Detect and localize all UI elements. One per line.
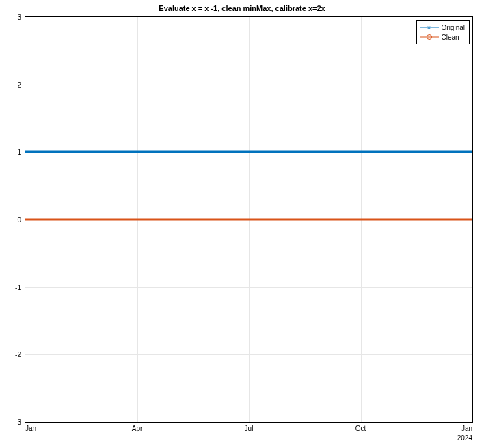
chart-figure: Evaluate x = x -1, clean minMax, calibra… [0, 0, 484, 448]
gridline-h [25, 354, 472, 355]
legend-item-clean: Clean [420, 32, 465, 42]
y-tick-label: 0 [17, 216, 21, 224]
o-marker-icon [427, 34, 432, 40]
x-tick-label: Jan [461, 425, 472, 432]
y-tick-label: 2 [17, 81, 21, 88]
gridline-h [25, 85, 472, 85]
y-tick-label: -2 [15, 351, 21, 358]
legend-item-original: × Original [420, 23, 465, 32]
series-original [25, 151, 472, 153]
x-tick-label: Jan [25, 425, 36, 432]
x-year-label: 2024 [457, 434, 472, 442]
series-clean [25, 219, 472, 221]
x-marker-icon: × [427, 25, 431, 31]
legend-swatch-clean [420, 34, 439, 40]
chart-title: Evaluate x = x -1, clean minMax, calibra… [0, 4, 484, 12]
x-tick-label: Apr [132, 425, 143, 432]
x-tick-label: Jul [245, 425, 254, 432]
legend-swatch-original: × [420, 24, 439, 31]
legend-label: Original [442, 24, 465, 31]
legend-label: Clean [442, 34, 459, 41]
gridline-h [25, 287, 472, 288]
x-tick-label: Oct [355, 425, 366, 432]
chart-axes: Jan Apr Jul Oct Jan -3 -2 -1 0 1 2 3 202… [25, 16, 473, 423]
y-tick-label: 1 [17, 148, 21, 156]
y-tick-label: 3 [17, 14, 21, 21]
y-tick-label: -3 [15, 419, 21, 426]
legend: × Original Clean [416, 20, 470, 44]
y-tick-label: -1 [15, 283, 21, 291]
